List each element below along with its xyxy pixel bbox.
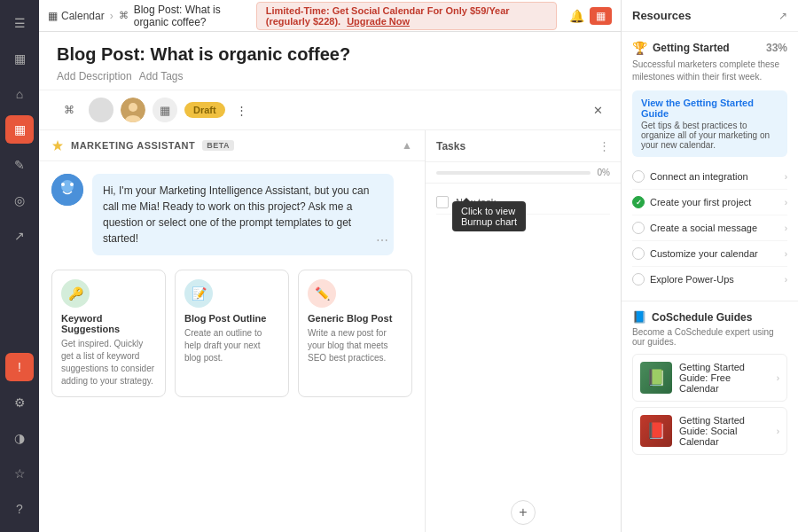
split-content: MARKETING ASSISTANT BETA ▲ Hi, I'm your …	[39, 130, 621, 532]
gs-title: Getting Started	[653, 42, 730, 54]
gs-item-social[interactable]: Create a social message ›	[632, 215, 787, 241]
outline-card[interactable]: 📝 Blog Post Outline Create an outline to…	[175, 270, 289, 397]
svg-point-6	[61, 183, 65, 186]
assistant-header: MARKETING ASSISTANT BETA ▲	[39, 130, 425, 161]
guide-title-free: Getting Started Guide: Free Calendar	[679, 362, 770, 394]
star-icon[interactable]: ☆	[5, 459, 34, 488]
gs-guide-highlight[interactable]: View the Getting Started Guide Get tips …	[632, 90, 787, 157]
calendar-board-icon[interactable]: ▦	[5, 44, 34, 73]
home-icon[interactable]: ⌂	[5, 80, 34, 108]
svg-point-5	[61, 180, 74, 192]
chat-bubble: Hi, I'm your Marketing Intelligence Assi…	[92, 174, 394, 255]
keyword-title: Keyword Suggestions	[61, 313, 156, 334]
gs-item-powerups[interactable]: Explore Power-Ups ›	[632, 267, 787, 292]
blog-post-desc: Write a new post for your blog that meet…	[308, 327, 403, 364]
gs-guide-title: View the Getting Started Guide	[641, 98, 778, 119]
gs-circle-powerups	[632, 273, 645, 286]
guide-thumb-social: 📕	[640, 415, 672, 447]
calendar-shortcut[interactable]: ▦	[590, 7, 612, 25]
keyword-icon: 🔑	[61, 279, 90, 308]
gs-item-text-customize: Customize your calendar	[650, 248, 758, 259]
gs-guide-desc: Get tips & best practices to organize al…	[641, 121, 778, 150]
project-toolbar: ⌘ ▦ Draft ⋮ ✕	[39, 90, 621, 130]
gs-item-project[interactable]: ✓ Create your first project ›	[632, 190, 787, 215]
gs-circle-social	[632, 222, 645, 234]
gs-circle-customize	[632, 247, 645, 260]
settings-icon[interactable]: ⚙	[5, 388, 34, 417]
left-sidebar: ☰ ▦ ⌂ ▦ ✎ ◎ ↗ ! ⚙ ◑ ☆ ?	[0, 0, 39, 532]
user-avatar-2[interactable]	[121, 98, 145, 122]
chat-message: Hi, I'm your Marketing Intelligence Assi…	[51, 174, 412, 255]
assistant-body: Hi, I'm your Marketing Intelligence Assi…	[39, 161, 425, 532]
gs-item-text-powerups: Explore Power-Ups	[650, 274, 734, 285]
top-bar: ▦ Calendar › ⌘ Blog Post: What is organi…	[39, 0, 621, 32]
gs-circle-project: ✓	[632, 196, 645, 208]
rss-icon[interactable]: ⌘	[57, 98, 82, 122]
user-avatar-1[interactable]	[89, 98, 113, 122]
gs-item-text-connect: Connect an integration	[650, 171, 748, 182]
assistant-collapse-icon[interactable]: ▲	[402, 139, 412, 152]
assistant-icon	[51, 139, 64, 152]
svg-point-7	[70, 183, 74, 186]
guide-title-social: Getting Started Guide: Social Calendar	[679, 415, 770, 447]
progress-label: 0%	[598, 168, 610, 177]
task-checkbox[interactable]	[436, 196, 449, 208]
keyword-card[interactable]: 🔑 Keyword Suggestions Get inspired. Quic…	[51, 270, 166, 397]
breadcrumb-separator: ›	[110, 10, 113, 22]
guide-chevron-2: ›	[777, 426, 779, 436]
project-meta: Add Description Add Tags	[57, 70, 603, 82]
blog-post-title: Generic Blog Post	[308, 313, 403, 324]
tasks-options-icon[interactable]: ⋮	[598, 139, 610, 153]
coschedule-guides-section: 📘 CoSchedule Guides Become a CoSchedule …	[622, 301, 798, 469]
bell-icon[interactable]: 🔔	[569, 9, 584, 23]
resources-header: Resources ↗	[622, 0, 798, 32]
outline-icon: 📝	[184, 279, 213, 308]
help-icon[interactable]: ?	[5, 495, 34, 523]
burnup-tooltip[interactable]: Click to viewBurnup chart	[452, 201, 526, 231]
tasks-title: Tasks	[436, 140, 466, 153]
beta-badge: BETA	[202, 140, 234, 151]
resources-title: Resources	[632, 9, 691, 22]
add-tags-link[interactable]: Add Tags	[139, 70, 184, 82]
pencil-icon[interactable]: ✎	[5, 151, 34, 179]
guide-card-social[interactable]: 📕 Getting Started Guide: Social Calendar…	[632, 407, 787, 455]
breadcrumb-calendar[interactable]: ▦ Calendar	[48, 10, 105, 22]
blog-post-icon: ✏️	[308, 279, 336, 308]
gs-percent: 33%	[766, 42, 787, 54]
breadcrumb-rss-icon: ⌘	[119, 10, 129, 21]
active-calendar-icon[interactable]: ▦	[5, 115, 34, 144]
gs-item-connect[interactable]: Connect an integration ›	[632, 164, 787, 190]
chart-icon[interactable]: ↗	[5, 222, 34, 250]
gs-item-customize[interactable]: Customize your calendar ›	[632, 241, 787, 267]
calendar-small-icon[interactable]: ▦	[153, 98, 177, 122]
target-icon[interactable]: ◎	[5, 186, 34, 215]
project-title: Blog Post: What is organic coffee?	[57, 44, 603, 65]
menu-icon[interactable]: ☰	[5, 9, 34, 37]
status-badge[interactable]: Draft	[184, 102, 225, 118]
gs-circle-connect	[632, 170, 645, 183]
tasks-pane: Tasks ⋮ 0% New task...	[426, 130, 621, 532]
breadcrumb-project: Blog Post: What is organic coffee?	[134, 4, 251, 28]
add-description-link[interactable]: Add Description	[57, 70, 132, 82]
progress-bar-wrap: 0%	[426, 162, 621, 184]
assistant-avatar	[51, 174, 83, 206]
gs-desc: Successful marketers complete these mile…	[632, 59, 787, 83]
chevron-icon-2: ›	[785, 198, 787, 207]
guide-card-free[interactable]: 📗 Getting Started Guide: Free Calendar ›	[632, 354, 787, 402]
trophy-icon: 🏆	[632, 41, 647, 55]
chevron-icon-4: ›	[785, 249, 787, 259]
alert-icon[interactable]: !	[5, 353, 34, 381]
add-task-button[interactable]: +	[511, 500, 536, 525]
external-link-icon[interactable]: ↗	[778, 10, 787, 22]
blog-post-card[interactable]: ✏️ Generic Blog Post Write a new post fo…	[298, 270, 412, 397]
users-icon[interactable]: ◑	[5, 424, 34, 452]
close-icon[interactable]: ✕	[593, 104, 603, 117]
guide-chevron-1: ›	[777, 373, 779, 383]
message-options-icon[interactable]: ⋯	[376, 231, 388, 250]
promo-banner[interactable]: Limited-Time: Get Social Calendar For On…	[256, 2, 557, 30]
resources-panel: Resources ↗ 🏆 Getting Started 33% Succes…	[621, 0, 798, 532]
gs-header: 🏆 Getting Started 33%	[632, 41, 787, 55]
outline-desc: Create an outline to help draft your nex…	[184, 327, 279, 364]
marketing-assistant-pane: MARKETING ASSISTANT BETA ▲ Hi, I'm your …	[39, 130, 426, 532]
more-options-icon[interactable]: ⋮	[232, 104, 251, 117]
